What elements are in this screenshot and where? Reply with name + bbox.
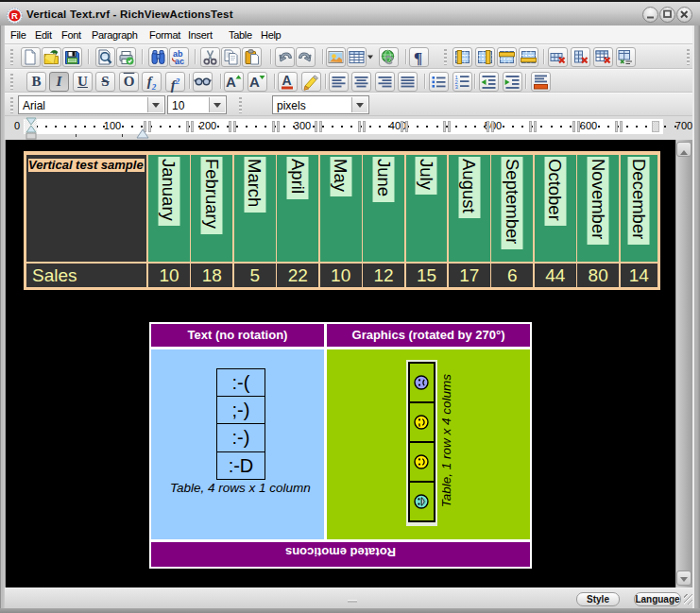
svg-text:A: A	[282, 73, 292, 88]
svg-text:A: A	[226, 74, 236, 90]
svg-text:R: R	[11, 10, 18, 21]
svg-text:3: 3	[455, 84, 459, 90]
svg-text:A: A	[249, 74, 260, 90]
svg-text:ac: ac	[175, 57, 184, 66]
svg-text:¶: ¶	[414, 49, 422, 66]
